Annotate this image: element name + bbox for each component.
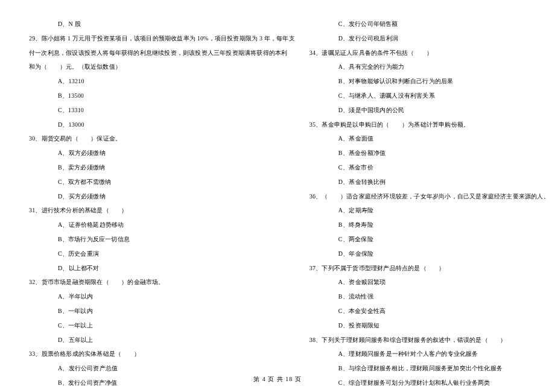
page-container: D、N 股 29、陈小姐将 1 万元用于投资某项目，该项目的预期收益率为 10%… xyxy=(0,0,555,365)
option-text: D、发行公司税后利润 xyxy=(309,31,550,46)
option-text: B、对事物能够认识和判断自己行为的后果 xyxy=(309,74,550,89)
option-text: C、发行公司年销售额 xyxy=(309,17,550,31)
option-text: A、定期寿险 xyxy=(309,203,550,218)
option-text: D、N 股 xyxy=(29,17,295,31)
option-text: B、流动性强 xyxy=(309,289,550,304)
option-text: D、须是中国境内的公民 xyxy=(309,103,550,118)
option-text: C、一年以上 xyxy=(29,318,295,333)
option-text: D、以上都不对 xyxy=(29,261,295,276)
question-text: 33、股票价格形成的实体基础是（ ） xyxy=(29,347,295,361)
option-text: B、卖方必须缴纳 xyxy=(29,160,295,175)
option-text: B、13500 xyxy=(29,89,295,103)
question-text: 30、期货交易的（ ）保证金。 xyxy=(29,131,295,146)
option-text: D、买方必须缴纳 xyxy=(29,189,295,204)
option-text: C、双方都不需缴纳 xyxy=(29,175,295,189)
option-text: D、年金保险 xyxy=(309,247,550,261)
option-text: B、市场行为反应一切信息 xyxy=(29,232,295,247)
option-text: A、13210 xyxy=(29,74,295,89)
option-text: C、历史会重演 xyxy=(29,247,295,261)
option-text: C、13310 xyxy=(29,103,295,118)
option-text: C、两全保险 xyxy=(309,232,550,247)
option-text: A、双方必须缴纳 xyxy=(29,146,295,160)
option-text: A、发行公司资产总值 xyxy=(29,361,295,376)
option-text: D、基金转换比例 xyxy=(309,175,550,189)
page-footer: 第 4 页 共 18 页 xyxy=(0,375,555,384)
left-column: D、N 股 29、陈小姐将 1 万元用于投资某项目，该项目的预期收益率为 10%… xyxy=(29,17,295,359)
option-text: D、投资期限短 xyxy=(309,318,550,333)
question-text: 付一次利息，假设该投资人将每年获得的利息继续投资，则该投资人三年投资期满将获得的… xyxy=(29,46,295,60)
option-text: A、半年以内 xyxy=(29,289,295,304)
question-text: 38、下列关于理财顾问服务和综合理财服务的叙述中，错误的是（ ） xyxy=(309,333,550,347)
question-text: 29、陈小姐将 1 万元用于投资某项目，该项目的预期收益率为 10%，项目投资期… xyxy=(29,31,295,46)
option-text: B、终身寿险 xyxy=(309,218,550,232)
option-text: C、本金安全性高 xyxy=(309,304,550,318)
option-text: D、13000 xyxy=(29,118,295,132)
option-text: C、与继承人、遗嘱人没有利害关系 xyxy=(309,89,550,103)
right-column: C、发行公司年销售额 D、发行公司税后利润 34、遗嘱见证人应具备的条件不包括（… xyxy=(309,17,550,359)
question-text: 31、进行技术分析的基础是（ ） xyxy=(29,203,295,218)
option-text: B、一年以内 xyxy=(29,304,295,318)
option-text: A、证券价格延趋势移动 xyxy=(29,218,295,232)
question-text: 32、货币市场是融资期限在（ ）的金融市场。 xyxy=(29,275,295,289)
option-text: C、基金市价 xyxy=(309,160,550,175)
question-text: 34、遗嘱见证人应具备的条件不包括（ ） xyxy=(309,46,550,60)
option-text: A、基金面值 xyxy=(309,131,550,146)
option-text: A、资金赎回繁琐 xyxy=(309,275,550,289)
option-text: D、五年以上 xyxy=(29,333,295,347)
option-text: A、具有完全的行为能力 xyxy=(309,60,550,74)
option-text: B、基金份额净值 xyxy=(309,146,550,160)
option-text: A、理财顾问服务是一种针对个人客户的专业化服务 xyxy=(309,347,550,361)
question-text: 和为（ ）元。（取近似数值） xyxy=(29,60,295,74)
question-text: 36、（ ）适合家庭经济环境较差，子女年岁尚小，自己又是家庭经济主要来源的人。 xyxy=(309,189,550,204)
question-text: 37、下列不属于货币型理财产品特点的是（ ） xyxy=(309,261,550,276)
question-text: 35、基金申购是以申购日的（ ）为基础计算申购份额。 xyxy=(309,118,550,132)
option-text: B、与综合理财服务相比，理财顾问服务更加突出个性化服务 xyxy=(309,361,550,376)
